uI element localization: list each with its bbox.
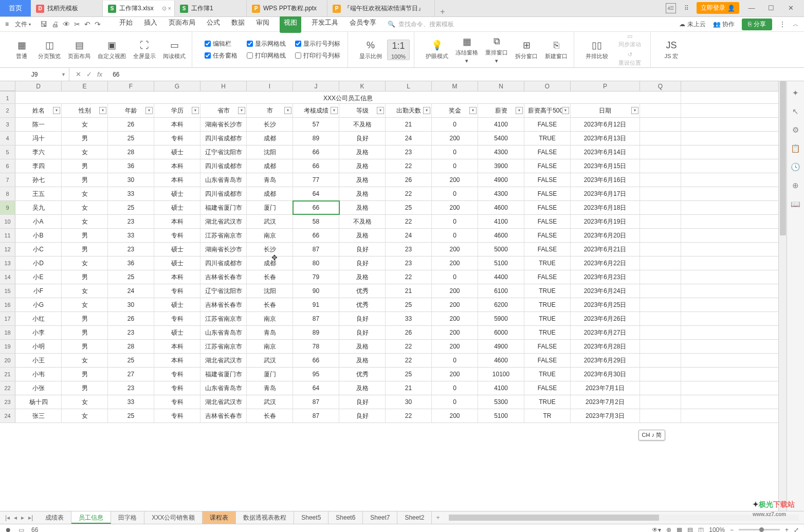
- cell[interactable]: 2023年7月3日: [571, 409, 640, 423]
- cell[interactable]: 2023年6月28日: [571, 340, 640, 353]
- cell[interactable]: 本科: [154, 159, 200, 173]
- cell[interactable]: 77: [293, 173, 339, 187]
- cell[interactable]: 2023年6月15日: [571, 159, 640, 173]
- row-header[interactable]: 8: [0, 187, 15, 200]
- cell[interactable]: [640, 270, 681, 284]
- cell[interactable]: 小明: [15, 340, 62, 353]
- cell[interactable]: [640, 159, 681, 173]
- chk-showrc[interactable]: 显示行号列标: [295, 40, 340, 48]
- cell[interactable]: 硕士: [154, 201, 200, 214]
- filter-icon[interactable]: ▾: [562, 107, 569, 114]
- cell[interactable]: 3900: [478, 159, 524, 173]
- cell[interactable]: 2023年6月19日: [571, 215, 640, 228]
- cell[interactable]: 2023年6月26日: [571, 312, 640, 325]
- cell[interactable]: 4400: [478, 270, 524, 284]
- cell[interactable]: 79: [293, 270, 339, 284]
- filter-icon[interactable]: ▾: [238, 107, 245, 114]
- row-header[interactable]: 9: [0, 201, 15, 214]
- cell[interactable]: 30: [108, 173, 154, 187]
- cell[interactable]: 小E: [15, 270, 62, 284]
- cell[interactable]: 四川省成都市: [200, 187, 247, 200]
- cell[interactable]: FALSE: [524, 215, 571, 228]
- cell[interactable]: 30: [386, 395, 432, 409]
- cell[interactable]: 200: [432, 312, 478, 325]
- cell[interactable]: 200: [432, 256, 478, 270]
- cloud-status[interactable]: ☁ 未上云: [679, 20, 705, 29]
- tab-layout[interactable]: 页面布局: [168, 16, 196, 33]
- cell[interactable]: 及格: [339, 173, 386, 187]
- cell[interactable]: 30: [108, 298, 154, 311]
- cell[interactable]: 王五: [15, 187, 62, 200]
- cell[interactable]: 小F: [15, 284, 62, 298]
- cell[interactable]: 66: [293, 229, 339, 242]
- cell[interactable]: 0: [432, 381, 478, 395]
- cell[interactable]: 26: [108, 312, 154, 325]
- cell[interactable]: 专科: [154, 395, 200, 409]
- row-header[interactable]: 7: [0, 173, 15, 187]
- cell[interactable]: 95: [293, 368, 339, 381]
- accept-icon[interactable]: ✓: [86, 70, 92, 78]
- cell[interactable]: 良好: [339, 312, 386, 325]
- row-header[interactable]: 13: [0, 256, 15, 270]
- cell[interactable]: 0: [432, 145, 478, 159]
- cell[interactable]: 李六: [15, 145, 62, 159]
- cell[interactable]: 山东省青岛市: [200, 381, 247, 395]
- cell[interactable]: 女: [62, 298, 108, 311]
- cell[interactable]: TRUE: [524, 256, 571, 270]
- cell[interactable]: 小C: [15, 243, 62, 256]
- cell[interactable]: 36: [108, 159, 154, 173]
- cell[interactable]: 长春: [247, 270, 293, 284]
- input-mode-icon[interactable]: ▭: [19, 526, 24, 533]
- cell[interactable]: 64: [293, 381, 339, 395]
- cut-icon[interactable]: ✂: [74, 20, 80, 28]
- js-macro[interactable]: JSJS 宏: [660, 39, 683, 60]
- cell[interactable]: 小A: [15, 215, 62, 228]
- filter-icon[interactable]: ▾: [331, 107, 338, 114]
- col-header[interactable]: G: [154, 81, 200, 91]
- cell[interactable]: 吉林省长春市: [200, 298, 247, 311]
- focus-icon[interactable]: ⊕: [666, 526, 671, 533]
- cell[interactable]: 厦门: [247, 201, 293, 214]
- sheet-first-icon[interactable]: |◂: [5, 514, 10, 521]
- grid-icon[interactable]: 4☰: [666, 3, 676, 13]
- cell[interactable]: 87: [293, 312, 339, 325]
- cell[interactable]: 28: [108, 145, 154, 159]
- cell[interactable]: 24: [386, 229, 432, 242]
- cell[interactable]: 2023年6月20日: [571, 229, 640, 242]
- command-search[interactable]: 🔍 查找命令、搜索模板: [387, 16, 456, 33]
- cell[interactable]: 89: [293, 132, 339, 145]
- rearrange-win[interactable]: ⧉重排窗口▾: [483, 35, 510, 64]
- doc-tab-active[interactable]: S工作簿3.xlsx⊙ ×: [103, 1, 175, 16]
- cell[interactable]: 90: [293, 284, 339, 298]
- cell[interactable]: 武汉: [247, 354, 293, 367]
- row-header[interactable]: 4: [0, 132, 15, 145]
- cell[interactable]: 出勤天数▾: [386, 104, 432, 117]
- filter-icon[interactable]: ▾: [192, 107, 199, 114]
- cell[interactable]: 0: [432, 395, 478, 409]
- filter-icon[interactable]: ▾: [516, 107, 523, 114]
- col-header[interactable]: L: [386, 81, 432, 91]
- cell[interactable]: [640, 409, 681, 423]
- cell[interactable]: 4600: [478, 354, 524, 367]
- cell[interactable]: 25: [386, 298, 432, 311]
- cell[interactable]: 女: [62, 409, 108, 423]
- cell[interactable]: 专科: [154, 312, 200, 325]
- cell[interactable]: [640, 395, 681, 409]
- cell[interactable]: 成都: [247, 159, 293, 173]
- cell[interactable]: 青岛: [247, 173, 293, 187]
- cell[interactable]: 姓名▾: [15, 104, 62, 117]
- cell[interactable]: 吉林省长春市: [200, 270, 247, 284]
- cell[interactable]: 山东省青岛市: [200, 173, 247, 187]
- row-header[interactable]: 21: [0, 368, 15, 381]
- cell[interactable]: [640, 256, 681, 270]
- cell[interactable]: [640, 201, 681, 214]
- sheet-tab[interactable]: 成绩表: [38, 511, 71, 524]
- sheet-tab[interactable]: Sheet5: [294, 511, 328, 524]
- row-header[interactable]: 12: [0, 243, 15, 256]
- sheet-tab[interactable]: Sheet6: [328, 511, 363, 524]
- cell[interactable]: 成都: [247, 256, 293, 270]
- cell[interactable]: 4300: [478, 145, 524, 159]
- cell[interactable]: 小G: [15, 298, 62, 311]
- cell[interactable]: 女: [62, 256, 108, 270]
- cell[interactable]: 良好: [339, 326, 386, 339]
